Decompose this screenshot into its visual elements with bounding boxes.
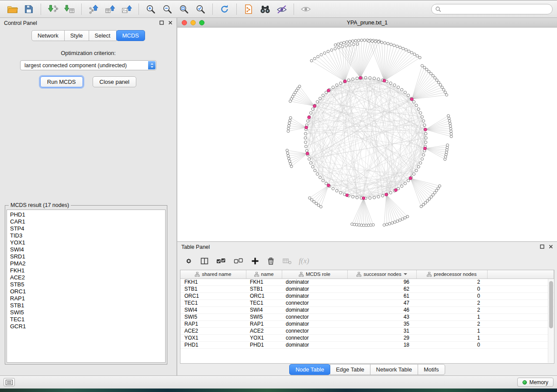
column-header-successor-nodes[interactable]: successor nodes [347,270,416,279]
export-network-button[interactable] [86,2,101,16]
result-node[interactable]: STB5 [10,281,162,288]
mcds-result-box: MCDS result (17 nodes) PHD1CAR1STP4TID3Y… [5,202,167,364]
export-table-button[interactable] [102,2,118,16]
select-all-button[interactable] [216,257,226,265]
tab-mcds[interactable]: MCDS [116,30,145,41]
result-node[interactable]: PHD1 [10,211,162,218]
search-icon [435,6,441,12]
result-node[interactable]: RAP1 [10,295,162,302]
result-node[interactable]: ORC1 [10,288,162,295]
export-image-button[interactable] [119,2,135,16]
float-table-panel-icon[interactable] [540,244,544,250]
tab-network-table[interactable]: Network Table [370,364,418,375]
table-header-row: shared name name MCDS role successor nod… [180,270,554,279]
float-panel-icon[interactable] [159,20,164,26]
result-node[interactable]: SWI4 [10,246,162,253]
scrollbar-thumb[interactable] [549,281,553,328]
refresh-icon [219,4,230,14]
result-node[interactable]: PMA2 [10,260,162,267]
run-mcds-button[interactable]: Run MCDS [40,76,83,87]
result-node[interactable]: STP4 [10,225,162,232]
clone-network-button[interactable] [241,2,256,16]
table-row[interactable]: RAP1RAP1dominator352 [180,320,554,327]
show-all-button[interactable] [298,2,314,16]
dropdown-stepper-icon [148,61,156,69]
search-box[interactable] [431,4,553,14]
table-cell: STB1 [246,285,282,292]
memory-button[interactable]: Memory [517,378,554,387]
table-row[interactable]: ACE2ACE2connector311 [180,327,554,334]
result-node[interactable]: SWI5 [10,309,162,316]
deselect-all-button[interactable] [233,257,244,265]
column-header-shared-name[interactable]: shared name [180,270,246,279]
close-panel-icon[interactable] [168,20,173,26]
table-row[interactable]: STB1STB1dominator620 [180,285,554,292]
table-row[interactable]: PHD1PHD1dominator180 [180,341,554,348]
save-session-button[interactable] [21,2,37,16]
result-node[interactable]: GCR1 [10,323,162,330]
tab-edge-table[interactable]: Edge Table [330,364,370,375]
export-network-icon [88,4,99,14]
zoom-in-button[interactable] [143,2,159,16]
show-columns-button[interactable] [200,257,209,265]
search-input[interactable] [444,6,549,12]
open-file-button[interactable] [4,2,20,16]
table-cell: RAP1 [180,320,246,327]
criterion-dropdown[interactable]: largest connected component (undirected) [20,60,156,70]
result-node[interactable]: YOX1 [10,239,162,246]
result-node[interactable]: STB1 [10,302,162,309]
column-header-predecessor-nodes[interactable]: predecessor nodes [416,270,487,279]
add-column-button[interactable] [251,257,259,265]
table-row[interactable]: ORC1ORC1dominator610 [180,292,554,299]
desktop-wallpaper-strip [0,389,557,392]
clone-network-icon [244,4,253,14]
status-list-button[interactable] [3,378,15,386]
result-node[interactable]: ACE2 [10,274,162,281]
table-row[interactable]: YOX1YOX1connector291 [180,334,554,341]
tab-network[interactable]: Network [31,30,65,41]
result-node[interactable]: FKH1 [10,267,162,274]
delete-column-button[interactable] [266,257,275,265]
refresh-button[interactable] [217,2,232,16]
table-cell: 1 [416,334,487,341]
table-row[interactable]: SWI4SWI4dominator462 [180,306,554,313]
tab-node-table[interactable]: Node Table [289,364,330,375]
table-tabs: Node Table Edge Table Network Table Moti… [177,364,557,375]
hide-selected-button[interactable] [274,2,290,16]
close-table-panel-icon[interactable] [549,244,553,250]
close-panel-button[interactable]: Close panel [93,76,137,87]
import-table-button[interactable] [62,2,77,16]
column-header-name[interactable]: name [246,270,282,279]
sort-descending-icon [404,273,407,277]
zoom-out-button[interactable] [159,2,175,16]
table-cell: ORC1 [246,292,282,299]
close-window-icon[interactable] [182,20,187,25]
table-row[interactable]: FKH1FKH1dominator962 [180,279,554,285]
table-row[interactable]: SWI5SWI5connector431 [180,313,554,320]
maximize-window-icon[interactable] [199,20,204,25]
result-node[interactable]: TEC1 [10,316,162,323]
network-canvas[interactable] [177,28,556,241]
table-cell: 0 [416,341,487,348]
first-neighbors-button[interactable] [257,2,273,16]
mcds-result-list[interactable]: PHD1CAR1STP4TID3YOX1SWI4SRD1PMA2FKH1ACE2… [7,210,166,363]
result-node[interactable]: SRD1 [10,253,162,260]
result-node[interactable]: TID3 [10,232,162,239]
zoom-selected-button[interactable] [193,2,208,16]
table-cell: 1 [416,327,487,334]
toolbar-separator [236,3,237,15]
column-header-mcds-role[interactable]: MCDS role [282,270,347,279]
zoom-fit-button[interactable] [176,2,192,16]
tab-style[interactable]: Style [64,30,89,41]
table-settings-button[interactable] [184,257,193,265]
minimize-window-icon[interactable] [190,20,196,25]
table-row[interactable]: TEC1TEC1connector472 [180,299,554,306]
import-network-button[interactable] [45,2,61,16]
table-scrollbar[interactable] [548,279,554,363]
table-cell: SWI5 [246,313,282,320]
table-cell: connector [282,327,347,334]
tab-motifs[interactable]: Motifs [418,364,445,375]
delete-table-icon [282,257,292,265]
tab-select[interactable]: Select [89,30,117,41]
result-node[interactable]: CAR1 [10,218,162,225]
